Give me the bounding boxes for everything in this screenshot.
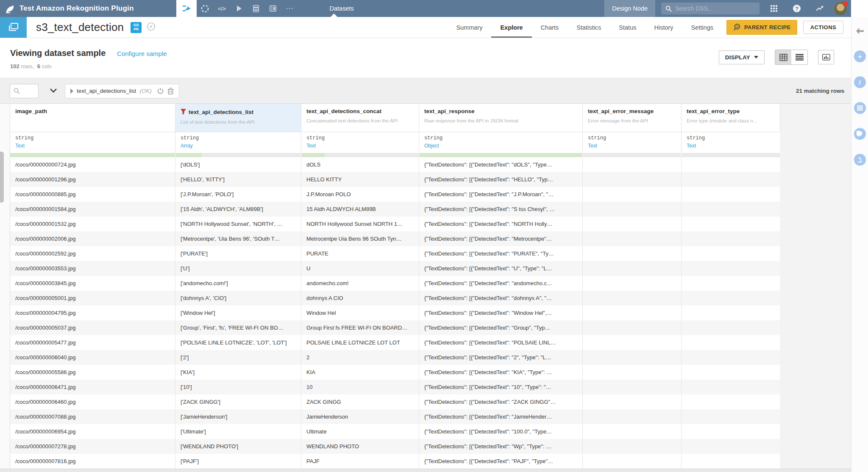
table-cell[interactable]: /coco/000000001296.jpg	[10, 172, 175, 187]
table-cell[interactable]: /coco/000000006040.jpg	[10, 350, 175, 365]
table-cell[interactable]	[583, 454, 682, 469]
table-cell[interactable]	[583, 187, 682, 202]
column-meaning[interactable]: Text	[588, 143, 681, 149]
table-cell[interactable]: ['J.P.Moroan', 'POLO']	[175, 187, 301, 202]
column-meta-text_api_error_type[interactable]: stringText	[682, 132, 780, 153]
table-cell[interactable]: Ultimate	[301, 424, 419, 439]
table-cell[interactable]: /coco/000000000885.jpg	[10, 187, 175, 202]
table-cell[interactable]: {"TextDetections": [{"DetectedText": "do…	[419, 291, 583, 305]
table-cell[interactable]: POLSAIE LINLE LOTNICZE LOT LOT	[301, 335, 419, 350]
configure-sample-link[interactable]: Configure sample	[117, 50, 167, 57]
table-cell[interactable]: 10	[301, 380, 419, 394]
column-header-text_api_response[interactable]: text_api_responseRaw response from the A…	[419, 104, 583, 132]
lab-panel-button[interactable]	[854, 154, 866, 166]
collapse-panel-button[interactable]	[855, 27, 865, 36]
table-cell[interactable]	[583, 276, 682, 291]
table-cell[interactable]: {"TextDetections": [{"DetectedText": "an…	[419, 276, 583, 291]
table-cell[interactable]: ['Group', 'First', 'fs', 'FREE WI-FI ON …	[175, 320, 301, 335]
table-cell[interactable]: ['HELLO', 'KITTY']	[175, 172, 301, 187]
table-cell[interactable]	[583, 409, 682, 424]
table-cell[interactable]: /coco/000000007088.jpg	[10, 409, 175, 424]
column-stats-button[interactable]	[818, 50, 834, 64]
table-cell[interactable]: ['10']	[175, 380, 301, 394]
table-cell[interactable]	[583, 350, 682, 365]
expand-filter-icon[interactable]	[70, 89, 73, 94]
search-options-chevron[interactable]	[50, 87, 57, 95]
global-search-input[interactable]	[675, 5, 755, 12]
toggle-filter-icon[interactable]	[157, 87, 164, 94]
table-search-box[interactable]	[10, 84, 39, 98]
tab-statistics[interactable]: Statistics	[568, 17, 610, 38]
column-header-text_api_detections_concat[interactable]: text_api_detections_concatConcatenated t…	[301, 104, 419, 132]
table-cell[interactable]: {"TextDetections": [{"DetectedText": "PO…	[419, 335, 583, 350]
table-cell[interactable]: {"TextDetections": [{"DetectedText": "10…	[419, 380, 583, 394]
table-cell[interactable]: ['2']	[175, 350, 301, 365]
tab-summary[interactable]: Summary	[447, 17, 491, 38]
table-cell[interactable]: dohnnys A CIO	[301, 291, 419, 305]
column-meta-text_api_response[interactable]: stringObject	[419, 132, 583, 153]
table-cell[interactable]: Window Hel	[301, 305, 419, 320]
table-cell[interactable]: /coco/000000000724.jpg	[10, 157, 175, 172]
table-cell[interactable]	[682, 335, 780, 350]
dashboard-button[interactable]	[264, 0, 281, 17]
table-cell[interactable]	[583, 202, 682, 217]
tab-status[interactable]: Status	[610, 17, 645, 38]
table-cell[interactable]	[682, 454, 780, 469]
table-cell[interactable]	[682, 409, 780, 424]
table-cell[interactable]: ['WENDLAND PHOTO']	[175, 439, 301, 454]
table-cell[interactable]	[583, 424, 682, 439]
table-cell[interactable]: ['ZACK GINGG']	[175, 394, 301, 409]
table-cell[interactable]	[583, 231, 682, 246]
table-cell[interactable]: PURATE	[301, 246, 419, 261]
table-cell[interactable]: ['Window Hel']	[175, 305, 301, 320]
table-cell[interactable]: KIA	[301, 365, 419, 380]
table-cell[interactable]: {"TextDetections": [{"DetectedText": "PA…	[419, 454, 583, 469]
table-cell[interactable]	[682, 202, 780, 217]
table-cell[interactable]	[682, 231, 780, 246]
run-button[interactable]	[231, 0, 248, 17]
table-cell[interactable]: {"TextDetections": [{"DetectedText": "KI…	[419, 365, 583, 380]
column-meta-image_path[interactable]: stringText	[10, 132, 175, 153]
table-cell[interactable]: ['Metrocentpe', 'Uia Bens 96', 'SOuth T…	[175, 231, 301, 246]
table-cell[interactable]: ZACK GINGG	[301, 394, 419, 409]
table-cell[interactable]: /coco/000000006471.jpg	[10, 380, 175, 394]
table-cell[interactable]: /coco/000000006460.jpg	[10, 394, 175, 409]
tab-explore[interactable]: Explore	[491, 17, 531, 38]
column-header-text_api_detections_list[interactable]: text_api_detections_listList of text det…	[175, 104, 301, 132]
table-cell[interactable]: ['U']	[175, 261, 301, 276]
table-cell[interactable]: 15 Aldh ALDWYCH ALM89B	[301, 202, 419, 217]
design-node-button[interactable]: Design Node	[604, 0, 655, 17]
add-panel-button[interactable]: ＋	[854, 50, 866, 62]
table-cell[interactable]	[583, 157, 682, 172]
table-cell[interactable]: ['dOLS']	[175, 157, 301, 172]
table-cell[interactable]: {"TextDetections": [{"DetectedText": "HE…	[419, 172, 583, 187]
table-cell[interactable]	[583, 172, 682, 187]
table-search-input[interactable]	[20, 88, 33, 94]
tab-history[interactable]: History	[645, 17, 682, 38]
table-cell[interactable]: /coco/000000005477.jpg	[10, 335, 175, 350]
table-cell[interactable]: Metrocentpe Uia Bens 96 SOuth Tyn…	[301, 231, 419, 246]
table-cell[interactable]: ['NORTH Hollywood Sunset', 'NORTH', …	[175, 217, 301, 231]
lab-button[interactable]	[197, 0, 214, 17]
table-cell[interactable]: /coco/000000007278.jpg	[10, 439, 175, 454]
table-cell[interactable]	[682, 291, 780, 305]
table-cell[interactable]: /coco/000000004795.jpg	[10, 305, 175, 320]
table-cell[interactable]: {"TextDetections": [{"DetectedText": "Wi…	[419, 305, 583, 320]
project-title[interactable]: Test Amazon Rekognition Plugin	[19, 0, 134, 17]
column-header-text_api_error_message[interactable]: text_api_error_messageError message from…	[583, 104, 682, 132]
table-cell[interactable]: 2	[301, 350, 419, 365]
table-cell[interactable]	[682, 261, 780, 276]
column-meaning[interactable]: Text	[15, 143, 175, 149]
table-cell[interactable]: {"TextDetections": [{"DetectedText": "Me…	[419, 231, 583, 246]
table-cell[interactable]	[682, 424, 780, 439]
comments-panel-button[interactable]	[854, 128, 866, 140]
gdpr-badge[interactable]: GD PR	[131, 22, 142, 33]
table-cell[interactable]: {"TextDetections": [{"DetectedText": "J.…	[419, 187, 583, 202]
table-cell[interactable]: JamieHenderson	[301, 409, 419, 424]
column-meta-text_api_detections_list[interactable]: stringArray	[175, 132, 301, 153]
table-cell[interactable]: /coco/000000002592.jpg	[10, 246, 175, 261]
global-search[interactable]	[661, 3, 760, 14]
table-cell[interactable]: {"TextDetections": [{"DetectedText": "PU…	[419, 246, 583, 261]
table-cell[interactable]: WENDLAND PHOTO	[301, 439, 419, 454]
code-button[interactable]: </>	[214, 0, 231, 17]
